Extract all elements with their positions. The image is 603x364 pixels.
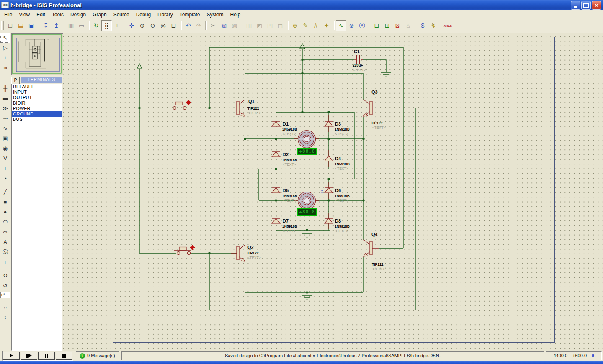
component-D1[interactable]: [272, 115, 280, 132]
terminals-mode-button[interactable]: ≫: [0, 103, 10, 113]
terminal-item-default[interactable]: DEFAULT: [12, 84, 62, 90]
power-terminal-icon[interactable]: [300, 44, 305, 49]
text-2d-button[interactable]: A: [0, 237, 10, 247]
label-D1-ref[interactable]: D1: [283, 121, 289, 126]
component-D8[interactable]: [325, 213, 333, 229]
generator-mode-button[interactable]: ◉: [0, 144, 10, 153]
menu-design[interactable]: Design: [67, 11, 89, 18]
terminal-item-bidir[interactable]: BIDIR: [12, 100, 62, 106]
component-Q2[interactable]: [231, 245, 245, 261]
property-assignment-tool-button[interactable]: Ⓐ: [357, 20, 367, 31]
message-panel[interactable]: i 9 Message(s): [76, 351, 119, 360]
label-D7-value[interactable]: 1N5918B: [282, 224, 297, 228]
component-Q3[interactable]: [363, 100, 379, 116]
box-2d-button[interactable]: ■: [0, 197, 10, 207]
junction-dot-mode-button[interactable]: +: [0, 53, 10, 63]
label-C1-ref[interactable]: C1: [354, 49, 360, 54]
component-D2[interactable]: [272, 146, 280, 163]
switch-actuator-icon[interactable]: [190, 245, 195, 250]
minimize-button[interactable]: [571, 1, 580, 10]
terminal-item-ground[interactable]: GROUND: [12, 111, 62, 117]
buses-mode-button[interactable]: ╫: [0, 83, 10, 93]
close-button[interactable]: ×: [592, 1, 601, 10]
pause-button[interactable]: [38, 352, 55, 360]
zoom-out-button[interactable]: ⊖: [147, 20, 158, 31]
terminal-item-output[interactable]: OUTPUT: [12, 95, 62, 100]
label-D2-text[interactable]: <TEXT>: [283, 162, 296, 167]
label-D2-value[interactable]: 1N5918B: [282, 158, 297, 162]
pan-button[interactable]: ✛: [126, 20, 137, 31]
new-sheet-button[interactable]: ⊞: [382, 20, 392, 31]
packaging-tool-button[interactable]: #: [311, 20, 321, 31]
copy-button[interactable]: ▧: [219, 20, 229, 31]
terminal-item-power[interactable]: POWER: [12, 106, 62, 111]
undo-button[interactable]: ↶: [183, 20, 193, 31]
label-Q3-ref[interactable]: Q3: [371, 90, 378, 95]
zoom-area-button[interactable]: ⊡: [168, 20, 179, 31]
netlist-to-ares-button[interactable]: ARES: [443, 20, 453, 31]
device-pin-mode-button[interactable]: ⊸: [0, 113, 10, 123]
component-Q1[interactable]: [231, 100, 245, 116]
menu-graph[interactable]: Graph: [89, 11, 110, 18]
label-Q4-text[interactable]: <TEXT>: [372, 267, 385, 271]
label-Q3-value[interactable]: TIP122: [371, 121, 382, 125]
label-D7-text[interactable]: <TEXT>: [283, 229, 296, 233]
switch-actuator-icon[interactable]: [186, 100, 191, 105]
label-D7-ref[interactable]: D7: [283, 218, 289, 223]
electrical-rule-check-button[interactable]: ↯: [428, 20, 438, 31]
new-design-button[interactable]: □: [5, 20, 15, 31]
label-D2-ref[interactable]: D2: [283, 152, 289, 157]
component-motor-1[interactable]: [294, 131, 319, 148]
step-button[interactable]: [21, 352, 37, 360]
label-D8-text[interactable]: <TEXT>: [335, 229, 348, 233]
label-D6-ref[interactable]: D6: [335, 188, 341, 193]
pick-devices-button[interactable]: P: [11, 77, 20, 84]
title-bar[interactable]: ISIS h-bridge - ISIS Professional ×: [0, 0, 603, 10]
label-C1-text[interactable]: <TEXT>: [353, 68, 366, 72]
label-Q3-text[interactable]: <TEXT>: [372, 126, 386, 130]
label-Q2-ref[interactable]: Q2: [247, 245, 254, 250]
menu-help[interactable]: Help: [227, 11, 244, 18]
component-D7[interactable]: [272, 213, 280, 229]
design-explorer-button[interactable]: ⊟: [371, 20, 382, 31]
label-Q2-value[interactable]: TIP122: [247, 251, 258, 255]
label-D5-value[interactable]: 1N5918B: [282, 194, 297, 198]
label-D3-text[interactable]: <TEXT>: [335, 132, 348, 136]
menu-file[interactable]: File: [1, 11, 15, 18]
menu-view[interactable]: View: [15, 11, 33, 18]
text-script-mode-button[interactable]: ≡: [0, 73, 10, 83]
terminal-item-input[interactable]: INPUT: [12, 90, 62, 95]
rotation-angle-field[interactable]: 0°: [0, 292, 10, 298]
voltage-probe-mode-button[interactable]: V: [0, 154, 10, 163]
component-D3[interactable]: [325, 115, 333, 132]
label-D4-ref[interactable]: D4: [335, 156, 341, 161]
menu-source[interactable]: Source: [110, 11, 133, 18]
arc-2d-button[interactable]: ◠: [0, 217, 10, 227]
make-device-button[interactable]: ✎: [300, 20, 311, 31]
label-Q4-value[interactable]: TIP122: [372, 262, 383, 267]
tape-recorder-mode-button[interactable]: ▣: [0, 133, 10, 143]
flip-vertical-button[interactable]: ↕: [0, 312, 10, 322]
import-section-button[interactable]: ↧: [41, 20, 51, 31]
search-and-tag-button[interactable]: ⊚: [346, 20, 357, 31]
rotate-clockwise-button[interactable]: ↻: [0, 271, 10, 280]
schematic-canvas[interactable]: ↕ +88.8 +88.8 Q1TIP122<TEXT>Q2TIP122<TEX…: [63, 33, 603, 351]
decompose-button[interactable]: ✦: [321, 20, 332, 31]
redraw-button[interactable]: ↻: [91, 20, 101, 31]
component-mode-button[interactable]: ▷: [0, 43, 10, 53]
line-2d-button[interactable]: ╱: [0, 187, 10, 197]
menu-library[interactable]: Library: [154, 11, 176, 18]
label-Q1-text[interactable]: <TEXT>: [248, 111, 261, 115]
mark-output-area-button[interactable]: ▭: [76, 20, 87, 31]
component-Q4[interactable]: [363, 240, 379, 256]
label-D4-text[interactable]: <TEXT>: [335, 167, 348, 171]
label-D6-value[interactable]: 1N5918B: [335, 194, 350, 198]
label-Q1-ref[interactable]: Q1: [248, 99, 255, 104]
label-D6-text[interactable]: <TEXT>: [335, 198, 348, 203]
overview-window[interactable]: [11, 33, 63, 75]
label-D5-text[interactable]: <TEXT>: [283, 198, 296, 203]
object-selector-list[interactable]: DEFAULTINPUTOUTPUTBIDIRPOWERGROUNDBUS: [11, 84, 62, 351]
save-design-button[interactable]: ▣: [26, 20, 36, 31]
zoom-in-button[interactable]: ⊕: [137, 20, 147, 31]
component-D5[interactable]: [272, 182, 280, 199]
